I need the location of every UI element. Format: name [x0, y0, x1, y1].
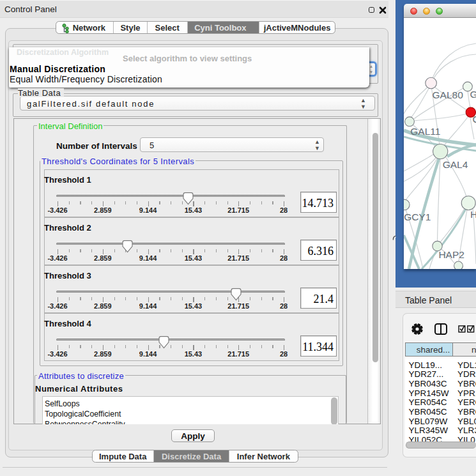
- svg-text:GAL80: GAL80: [433, 89, 464, 100]
- svg-text:GCY1: GCY1: [404, 211, 431, 222]
- svg-text:HAP2: HAP2: [438, 249, 464, 260]
- svg-text:CR: CR: [473, 114, 476, 125]
- svg-text:GAL1: GAL1: [470, 89, 476, 100]
- svg-text:HIS: HIS: [470, 209, 476, 220]
- svg-text:GAL4: GAL4: [443, 159, 468, 170]
- svg-text:GAL11: GAL11: [410, 126, 440, 137]
